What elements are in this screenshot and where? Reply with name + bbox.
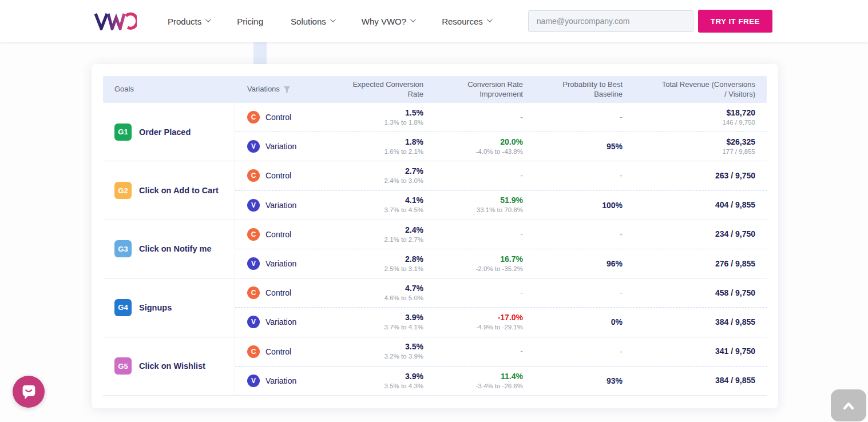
total-revenue-cell: 384 / 9,855 (623, 317, 755, 328)
expected-conversion-cell: 3.9%3.7% to 4.1% (338, 312, 423, 332)
expected-conversion-cell: 2.8%2.5% to 3.1% (338, 254, 423, 273)
table-row: C Control 3.5%3.2% to 3.9% - - 341 / 9,7… (235, 337, 767, 366)
goal-badge: G2 (114, 182, 132, 199)
ab-test-report-card: Goals Variations Expected Conversion Rat… (92, 64, 778, 408)
goal-group: G3 Click on Notify me C Control 2.4%2.1%… (103, 220, 767, 278)
variant-icon: V (247, 140, 260, 153)
variant-cell: C Control (235, 169, 338, 182)
expected-conversion-cell: 1.5%1.3% to 1.8% (338, 108, 423, 127)
goal-group: G5 Click on Wishlist C Control 3.5%3.2% … (103, 337, 767, 396)
improvement-cell: 16.7%-2.0% to -35.2% (423, 254, 523, 273)
total-revenue-cell: 341 / 9,750 (623, 346, 755, 357)
goal-badge: G1 (114, 124, 132, 141)
table-row: V Variation 3.9%3.7% to 4.1% -17.0%-4.9%… (235, 307, 767, 336)
goal-cell: G1 Order Placed (103, 103, 235, 161)
goal-group: G1 Order Placed C Control 1.5%1.3% to 1.… (103, 103, 767, 161)
goal-badge: G4 (114, 299, 132, 316)
nav-item[interactable]: Pricing (237, 17, 263, 26)
goal-badge: G3 (114, 240, 132, 257)
variant-icon: V (247, 316, 260, 328)
total-revenue-cell: 384 / 9,855 (623, 375, 755, 386)
variant-icon: V (247, 375, 260, 387)
table-row: V Variation 4.1%3.7% to 4.5% 51.9%33.1% … (235, 190, 767, 220)
chevron-up-icon (840, 399, 857, 412)
variant-label: Variation (265, 259, 296, 268)
variant-icon: C (247, 169, 260, 182)
nav-item[interactable]: Solutions (291, 17, 334, 26)
variant-label: Control (265, 230, 291, 239)
expected-conversion-cell: 4.1%3.7% to 4.5% (338, 195, 423, 214)
variant-icon: C (247, 345, 260, 358)
expected-conversion-cell: 3.9%3.5% to 4.3% (338, 371, 423, 391)
nav-item-label: Pricing (237, 17, 263, 26)
expected-conversion-cell: 2.4%2.1% to 2.7% (338, 225, 423, 244)
goal-cell: G5 Click on Wishlist (103, 337, 235, 395)
probability-cell: - (523, 113, 623, 122)
probability-cell: 93% (523, 376, 623, 385)
column-header-goals: Goals (103, 85, 235, 94)
table-row: V Variation 3.9%3.5% to 4.3% 11.4%-3.4% … (235, 366, 767, 395)
probability-cell: 0% (523, 317, 623, 327)
variant-cell: C Control (235, 111, 338, 124)
variant-label: Variation (265, 142, 296, 151)
variant-icon: C (247, 228, 260, 241)
total-revenue-cell: $18,720146 / 9,750 (623, 108, 755, 127)
nav-right: TRY IT FREE (528, 10, 868, 33)
probability-cell: 100% (523, 201, 623, 210)
improvement-cell: - (423, 170, 523, 181)
column-header-expected-cr: Expected Conversion Rate (352, 80, 423, 99)
goal-variant-rows: C Control 2.7%2.4% to 3.0% - - 263 / 9,7… (235, 161, 767, 219)
total-revenue-cell: $26,325177 / 9,855 (623, 137, 755, 156)
goal-name: Signups (139, 303, 172, 312)
table-row: C Control 4.7%4.6% to 5.0% - - 458 / 9,7… (235, 278, 767, 307)
nav-item-label: Solutions (291, 17, 326, 26)
filter-icon[interactable] (283, 86, 291, 93)
nav-item-label: Resources (442, 17, 483, 26)
total-revenue-cell: 263 / 9,750 (623, 170, 755, 181)
goal-name: Click on Wishlist (139, 361, 205, 371)
nav-item[interactable]: Resources (442, 17, 491, 26)
goal-cell: G4 Signups (103, 278, 235, 336)
variant-label: Control (265, 347, 291, 356)
chevron-down-icon (487, 17, 493, 22)
probability-cell: - (523, 171, 623, 180)
chat-widget-button[interactable] (13, 376, 45, 408)
table-header-row: Goals Variations Expected Conversion Rat… (103, 76, 767, 103)
improvement-cell: - (423, 229, 523, 240)
nav-item[interactable]: Products (168, 17, 209, 26)
goal-name: Order Placed (139, 128, 191, 137)
vwo-logo[interactable] (93, 12, 137, 30)
variant-cell: V Variation (235, 199, 338, 212)
variant-cell: C Control (235, 286, 338, 299)
nav-item-label: Products (168, 17, 201, 26)
variant-icon: V (247, 257, 260, 270)
expected-conversion-cell: 1.8%1.6% to 2.1% (338, 137, 423, 156)
scroll-to-top-button[interactable] (831, 389, 866, 421)
improvement-cell: 11.4%-3.4% to -26.6% (423, 371, 523, 391)
email-input[interactable] (528, 10, 693, 32)
probability-cell: - (523, 347, 623, 356)
variant-icon: V (247, 199, 260, 212)
nav-item[interactable]: Why VWO? (362, 17, 414, 26)
column-header-probability: Probability to Best Baseline (551, 80, 623, 99)
goal-name: Click on Notify me (139, 244, 212, 253)
total-revenue-cell: 234 / 9,750 (623, 229, 755, 240)
column-header-variations: Variations (235, 85, 338, 94)
variant-cell: V Variation (235, 316, 338, 328)
improvement-cell: -17.0%-4.9% to -29.1% (423, 312, 523, 332)
total-revenue-cell: 276 / 9,855 (623, 258, 755, 269)
variant-label: Control (265, 288, 291, 297)
variant-label: Control (265, 113, 291, 122)
top-navigation: Products Pricing Solutions Why VWO? Reso… (0, 0, 868, 42)
goal-variant-rows: C Control 2.4%2.1% to 2.7% - - 234 / 9,7… (235, 220, 767, 278)
try-it-free-button[interactable]: TRY IT FREE (698, 10, 772, 33)
chat-bubble-icon (19, 382, 38, 401)
goal-variant-rows: C Control 1.5%1.3% to 1.8% - - $18,72014… (235, 103, 767, 161)
improvement-cell: 51.9%33.1% to 70.8% (423, 195, 523, 214)
total-revenue-cell: 458 / 9,750 (623, 288, 755, 298)
probability-cell: - (523, 230, 623, 239)
table-row: C Control 1.5%1.3% to 1.8% - - $18,72014… (235, 103, 767, 132)
table-row: C Control 2.7%2.4% to 3.0% - - 263 / 9,7… (235, 161, 767, 190)
goal-variant-rows: C Control 3.5%3.2% to 3.9% - - 341 / 9,7… (235, 337, 767, 395)
improvement-cell: 20.0%-4.0% to -43.8% (423, 137, 523, 156)
